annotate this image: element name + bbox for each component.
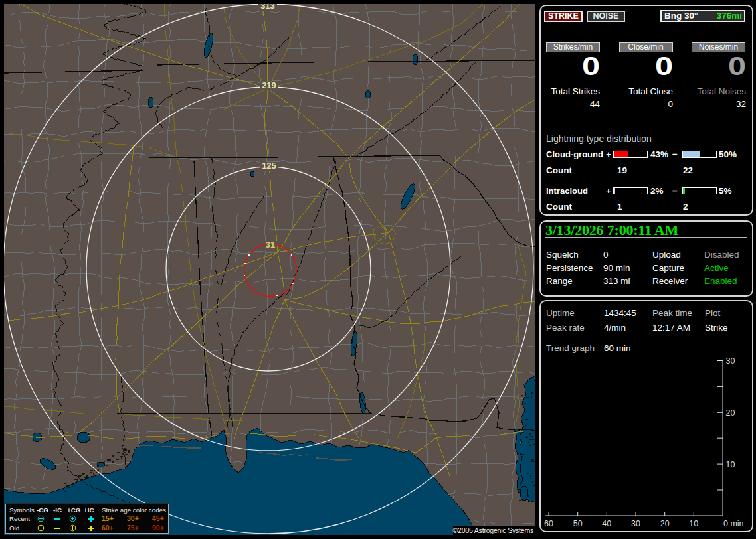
svg-text:313: 313 [260,4,275,11]
svg-text:30: 30 [631,519,640,528]
svg-text:219: 219 [262,80,276,90]
svg-text:30: 30 [726,356,735,366]
svg-text:31: 31 [266,240,275,250]
svg-text:10: 10 [726,460,735,469]
svg-text:10: 10 [689,519,698,528]
svg-text:60: 60 [544,519,553,528]
svg-text:50: 50 [573,519,583,528]
svg-text:0 min: 0 min [723,519,744,528]
svg-text:20: 20 [726,408,735,418]
svg-text:20: 20 [660,519,670,528]
svg-text:125: 125 [262,161,276,171]
svg-text:©2005 Astrogenic Systems: ©2005 Astrogenic Systems [453,526,533,534]
svg-text:40: 40 [602,519,611,528]
